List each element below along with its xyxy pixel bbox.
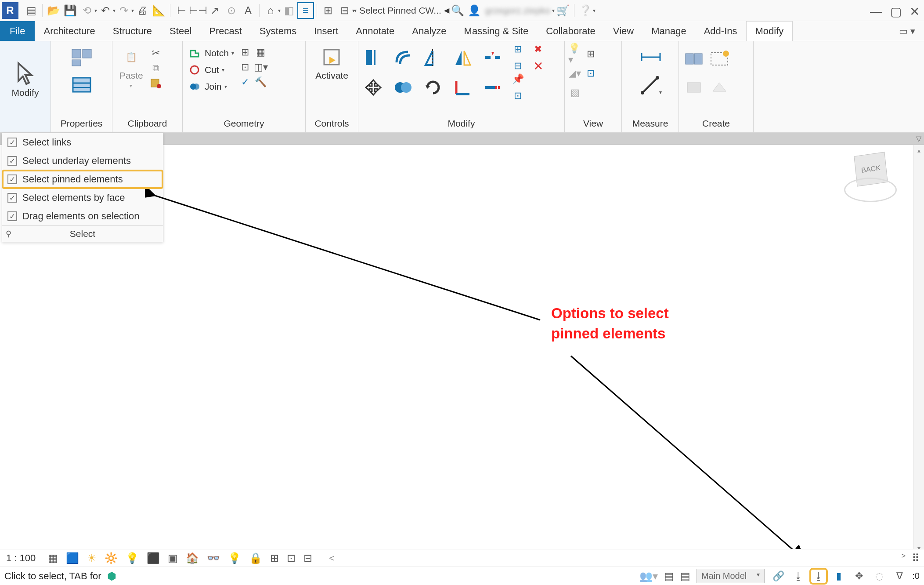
activate-button[interactable]: Activate [312,44,352,83]
geom-icon5[interactable]: ◫▾ [254,61,267,74]
shadows-icon[interactable]: 🔆 [105,552,118,564]
aligned-dimension-icon[interactable] [639,46,662,69]
align-icon[interactable] [362,46,385,69]
background-status-icon[interactable]: ◌ [872,570,887,582]
highlight-icon[interactable]: ⊟ [303,552,312,564]
select-panel-footer[interactable]: ⚲ Select [2,225,163,242]
view-icon2[interactable]: ◢▾ [568,67,581,80]
tab-massing[interactable]: Massing & Site [455,21,538,41]
binoculars-icon[interactable]: 🔍 [450,3,465,18]
tab-view[interactable]: View [604,21,642,41]
array-icon2[interactable]: ⊟ [511,59,524,73]
tab-addins[interactable]: Add-Ins [695,21,746,41]
cart-icon[interactable]: 🛒 [556,3,570,18]
properties-icon[interactable] [69,74,94,98]
print-icon[interactable]: 🖨 [135,3,150,18]
undo-icon[interactable]: ↶ [98,3,113,18]
view-cube[interactable]: BACK [838,149,899,211]
home-icon[interactable]: ▤ [24,3,39,18]
drag-elements-option[interactable]: ✓ Drag elements on selection [2,207,163,225]
create-parts-icon[interactable] [708,76,731,98]
viewbar-menu-icon[interactable]: ⠿ [912,552,920,564]
rendering-icon[interactable]: 💡 [126,552,139,564]
open-icon[interactable]: 📂 [46,3,61,18]
aligned-dim-icon[interactable]: ⊢ [174,3,189,18]
copy-icon2[interactable] [392,76,415,99]
tab-analyze[interactable]: Analyze [403,21,455,41]
crop-icon[interactable]: ⬛ [147,552,160,564]
restore-icon[interactable]: ▢ [890,4,902,19]
crop-region-icon[interactable]: ▣ [168,552,178,564]
offset-icon[interactable] [392,46,415,69]
close-icon[interactable]: ✕ [910,4,920,19]
mirror-draw-icon[interactable] [451,46,474,69]
save-icon[interactable]: 💾 [63,3,78,18]
create-group-icon[interactable] [682,47,705,70]
type-properties-icon[interactable] [69,47,94,70]
thinlines-icon[interactable]: ≡ [298,3,313,18]
text-icon[interactable]: A [241,3,256,18]
expand-icon[interactable]: ▽ [916,134,921,143]
linear-dim-icon[interactable]: ⊢⊣ [191,3,206,18]
unpin-icon[interactable]: ✖ [531,43,545,56]
sync-icon[interactable]: ⟲ [79,3,94,18]
array-icon[interactable]: ⊞ [511,43,524,56]
delete-icon[interactable]: ✕ [531,59,545,73]
filter-icon[interactable]: ∇ [892,570,907,582]
tab-collaborate[interactable]: Collaborate [537,21,604,41]
sun-path-icon[interactable]: ☀ [87,552,97,564]
extend-icon[interactable] [481,76,504,99]
user-icon[interactable]: 👤 [467,3,482,18]
redo-icon[interactable]: ↷ [116,3,131,18]
pin-icon[interactable]: 📌 [511,73,524,86]
ribbon-collapse[interactable]: ▭ ▾ [890,21,924,41]
select-pinned-option[interactable]: ✓ Select pinned elements [2,170,163,189]
switch-icon[interactable]: ⊟ [337,3,352,18]
tag-icon[interactable]: ↗ [207,3,222,18]
split-icon[interactable] [481,46,504,69]
section-icon[interactable]: ◧ [282,3,296,18]
nav-left-icon[interactable]: ◀ [444,6,449,15]
tab-precast[interactable]: Precast [200,21,251,41]
join-button[interactable]: Join ▾ [186,79,236,94]
hide-icon[interactable]: 🏠 [186,552,199,564]
tab-steel[interactable]: Steel [161,21,200,41]
workset-icon[interactable]: 👥▾ [639,570,658,582]
scroll-right-icon[interactable]: > [902,552,906,564]
view-icon1[interactable]: 💡▾ [568,47,581,61]
close-views-icon[interactable]: ⊞ [321,3,336,18]
design-options-icon[interactable]: ▤ [680,570,690,582]
analytical-icon[interactable]: ⊡ [287,552,296,564]
tab-insert[interactable]: Insert [305,21,347,41]
tab-architecture[interactable]: Architecture [35,21,104,41]
workset-combo[interactable]: Main Model [697,569,765,583]
visual-style-icon[interactable]: 🟦 [66,552,79,564]
tab-systems[interactable]: Systems [251,21,305,41]
qat-customize[interactable]: ▾ [354,7,357,14]
spot-icon[interactable]: ⊙ [224,3,239,18]
help-icon[interactable]: ❔ [578,3,593,18]
select-underlay-option[interactable]: ✓ Select underlay elements [2,152,163,170]
worksets-icon[interactable]: ⊞ [270,552,279,564]
tab-annotate[interactable]: Annotate [347,21,403,41]
tab-manage[interactable]: Manage [642,21,695,41]
select-face-status-icon[interactable]: ▮ [831,570,846,582]
reveal-icon[interactable]: 💡 [228,552,241,564]
matchtype-icon[interactable] [149,76,162,90]
search-text[interactable]: Select Pinned CW... [359,5,441,16]
editable-only-icon[interactable]: ▤ [664,570,674,582]
tab-modify[interactable]: Modify [746,21,793,41]
cut-button[interactable]: Cut ▾ [186,62,236,77]
minimize-icon[interactable]: — [870,4,882,19]
view-icon5[interactable]: ⊡ [584,67,597,80]
move-icon[interactable] [362,76,385,99]
view-icon3[interactable]: ▧ [568,86,581,99]
create-assembly-icon[interactable] [708,47,731,70]
copy-icon[interactable]: ⧉ [149,62,162,75]
measure-icon[interactable]: 📐 [152,3,166,18]
drag-status-icon[interactable]: ✥ [852,570,866,582]
default3d-icon[interactable]: ⌂ [263,3,278,18]
detail-level-icon[interactable]: ▦ [48,552,58,564]
rotate-icon[interactable] [422,76,444,99]
file-tab[interactable]: File [0,21,35,41]
